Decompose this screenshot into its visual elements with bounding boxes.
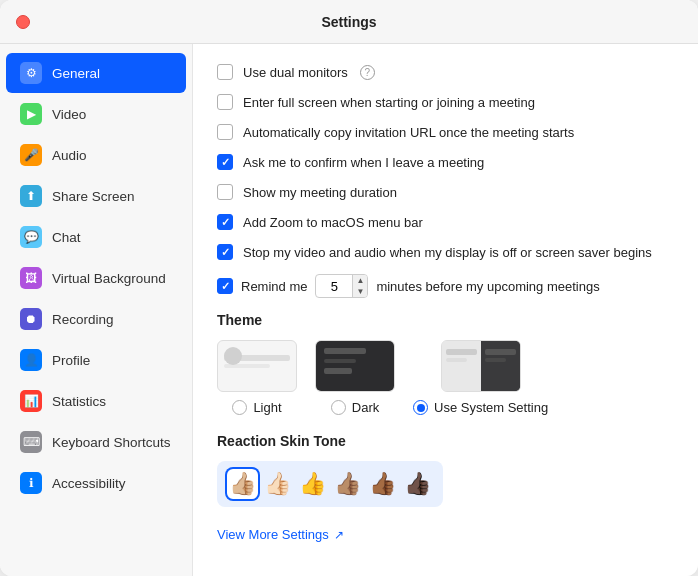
accessibility-icon: ℹ [20,472,42,494]
recording-icon: ⏺ [20,308,42,330]
chat-label: Chat [52,230,81,245]
dual-monitors-checkbox[interactable] [217,64,233,80]
skin-tone-section: Reaction Skin Tone 👍🏼👍🏻👍👍🏽👍🏾👍🏿 [217,433,674,507]
theme-option-system[interactable]: Use System Setting [413,340,548,415]
checkbox-row-macos-menu: Add Zoom to macOS menu bar [217,214,674,230]
skin-tone-3[interactable]: 👍🏽 [332,469,363,499]
main-panel: Use dual monitors?Enter full screen when… [193,44,698,576]
spinner-down[interactable]: ▼ [353,286,367,297]
titlebar: Settings [0,0,698,44]
remind-row: Remind me ▲ ▼ minutes before my upcoming… [217,274,674,298]
sidebar-item-statistics[interactable]: 📊Statistics [6,381,186,421]
meeting-duration-label: Show my meeting duration [243,185,397,200]
statistics-label: Statistics [52,394,106,409]
stop-video-label: Stop my video and audio when my display … [243,245,652,260]
window-title: Settings [321,14,376,30]
remind-checkbox[interactable] [217,278,233,294]
dual-monitors-label: Use dual monitors [243,65,348,80]
audio-icon: 🎤 [20,144,42,166]
share-screen-label: Share Screen [52,189,135,204]
skin-tone-1[interactable]: 👍🏻 [262,469,293,499]
accessibility-label: Accessibility [52,476,126,491]
skin-tone-4[interactable]: 👍🏾 [367,469,398,499]
sidebar-item-recording[interactable]: ⏺Recording [6,299,186,339]
sidebar-item-accessibility[interactable]: ℹAccessibility [6,463,186,503]
theme-options: Light Dark [217,340,674,415]
light-preview [217,340,297,392]
view-more-link[interactable]: View More Settings ↗ [217,527,674,542]
confirm-leave-checkbox[interactable] [217,154,233,170]
content-area: ⚙General▶Video🎤Audio⬆Share Screen💬Chat🖼V… [0,44,698,576]
remind-suffix: minutes before my upcoming meetings [376,279,599,294]
meeting-duration-checkbox[interactable] [217,184,233,200]
theme-option-dark[interactable]: Dark [315,340,395,415]
chat-icon: 💬 [20,226,42,248]
theme-title: Theme [217,312,674,328]
dark-radio[interactable] [331,400,346,415]
system-preview-dark [481,341,520,391]
copy-url-label: Automatically copy invitation URL once t… [243,125,574,140]
copy-url-checkbox[interactable] [217,124,233,140]
audio-label: Audio [52,148,87,163]
checkbox-row-meeting-duration: Show my meeting duration [217,184,674,200]
video-icon: ▶ [20,103,42,125]
close-button[interactable] [16,15,30,29]
remind-prefix: Remind me [241,279,307,294]
video-label: Video [52,107,86,122]
skin-tone-5[interactable]: 👍🏿 [402,469,433,499]
share-screen-icon: ⬆ [20,185,42,207]
full-screen-label: Enter full screen when starting or joini… [243,95,535,110]
sidebar-item-audio[interactable]: 🎤Audio [6,135,186,175]
skin-tone-0[interactable]: 👍🏼 [227,469,258,499]
settings-window: Settings ⚙General▶Video🎤Audio⬆Share Scre… [0,0,698,576]
sidebar-item-general[interactable]: ⚙General [6,53,186,93]
macos-menu-label: Add Zoom to macOS menu bar [243,215,423,230]
profile-icon: 👤 [20,349,42,371]
system-preview-light [442,341,481,391]
light-label: Light [253,400,281,415]
checkbox-row-confirm-leave: Ask me to confirm when I leave a meeting [217,154,674,170]
dual-monitors-help-icon[interactable]: ? [360,65,375,80]
system-label: Use System Setting [434,400,548,415]
checkbox-row-dual-monitors: Use dual monitors? [217,64,674,80]
profile-label: Profile [52,353,90,368]
full-screen-checkbox[interactable] [217,94,233,110]
recording-label: Recording [52,312,114,327]
stop-video-checkbox[interactable] [217,244,233,260]
dark-preview [315,340,395,392]
macos-menu-checkbox[interactable] [217,214,233,230]
sidebar-item-virtual-background[interactable]: 🖼Virtual Background [6,258,186,298]
remind-value-input[interactable] [316,279,352,294]
virtual-background-icon: 🖼 [20,267,42,289]
view-more-text: View More Settings [217,527,329,542]
virtual-background-label: Virtual Background [52,271,166,286]
external-link-icon: ↗ [334,528,344,542]
general-label: General [52,66,100,81]
remind-minutes-input[interactable]: ▲ ▼ [315,274,368,298]
checkbox-row-stop-video: Stop my video and audio when my display … [217,244,674,260]
spinner-up[interactable]: ▲ [353,275,367,286]
keyboard-shortcuts-icon: ⌨ [20,431,42,453]
sidebar-item-keyboard-shortcuts[interactable]: ⌨Keyboard Shortcuts [6,422,186,462]
skin-tone-title: Reaction Skin Tone [217,433,674,449]
skin-tone-2[interactable]: 👍 [297,469,328,499]
checkbox-row-copy-url: Automatically copy invitation URL once t… [217,124,674,140]
sidebar-item-share-screen[interactable]: ⬆Share Screen [6,176,186,216]
statistics-icon: 📊 [20,390,42,412]
general-icon: ⚙ [20,62,42,84]
checkbox-row-full-screen: Enter full screen when starting or joini… [217,94,674,110]
sidebar-item-video[interactable]: ▶Video [6,94,186,134]
skin-tones-container: 👍🏼👍🏻👍👍🏽👍🏾👍🏿 [217,461,443,507]
light-radio[interactable] [232,400,247,415]
theme-option-light[interactable]: Light [217,340,297,415]
sidebar: ⚙General▶Video🎤Audio⬆Share Screen💬Chat🖼V… [0,44,193,576]
spinner-arrows: ▲ ▼ [352,275,367,297]
sidebar-item-profile[interactable]: 👤Profile [6,340,186,380]
dark-label: Dark [352,400,379,415]
sidebar-item-chat[interactable]: 💬Chat [6,217,186,257]
system-radio[interactable] [413,400,428,415]
keyboard-shortcuts-label: Keyboard Shortcuts [52,435,171,450]
system-preview [441,340,521,392]
confirm-leave-label: Ask me to confirm when I leave a meeting [243,155,484,170]
